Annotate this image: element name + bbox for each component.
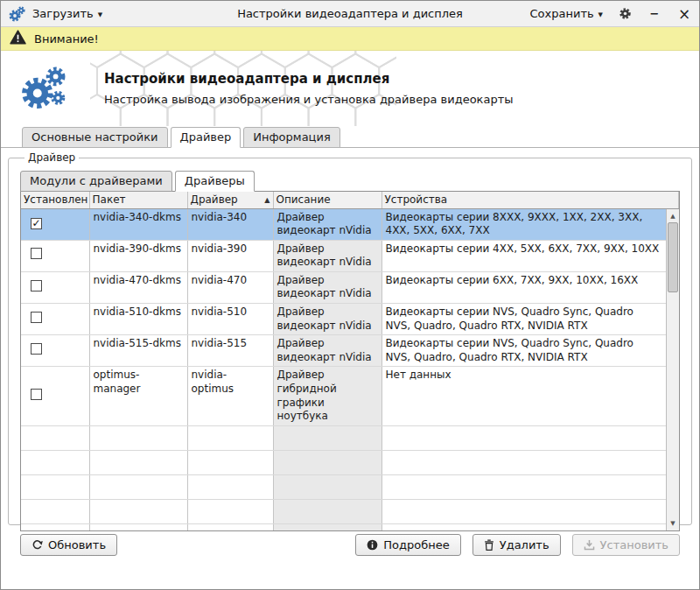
installed-cell[interactable] [21,367,89,425]
empty-cell [89,450,187,474]
delete-label: Удалить [500,538,550,551]
tab-driver[interactable]: Драйвер [171,127,242,148]
tab-basic-settings[interactable]: Основные настройки [22,127,168,148]
empty-cell [273,450,382,474]
package-cell[interactable]: nvidia-340-dkms [89,208,187,240]
driver-table-row[interactable]: nvidia-390-dkms nvidia-390 Драйвер видео… [21,240,679,271]
app-window: Загрузить ▼ Настройки видеоадаптера и ди… [0,0,700,590]
package-cell[interactable]: nvidia-510-dkms [89,304,187,335]
installed-cell[interactable] [21,304,89,335]
empty-cell [273,499,382,523]
description-cell[interactable]: Драйвер гибридной графики ноутбука [273,367,382,425]
details-button[interactable]: Подробнее [355,534,460,556]
installed-cell[interactable]: ✓ [21,208,89,240]
close-button[interactable]: × [676,6,692,22]
devices-cell[interactable]: Видеокарты серии 4XX, 5XX, 6XX, 7XX, 9XX… [382,240,679,271]
refresh-button[interactable]: Обновить [20,534,117,556]
empty-row [21,425,679,450]
window-title: Настройки видеоадаптера и дисплея [106,7,594,20]
empty-cell [187,425,273,450]
installed-cell[interactable] [21,240,89,271]
empty-cell [187,474,273,499]
app-gears-icon [8,5,25,23]
driver-table-row[interactable]: optimus-manager nvidia-optimus Драйвер г… [21,367,679,425]
driver-tab-page: Драйвер Модули с драйверами Драйверы Уст… [1,148,699,589]
column-header-driver[interactable]: ▲ Драйвер [187,192,273,208]
driver-cell[interactable]: nvidia-515 [187,335,273,367]
description-cell[interactable]: Драйвер видеокарт nVidia [273,304,382,335]
devices-cell[interactable]: Видеокарты серии 8XXX, 9XXX, 1XX, 2XX, 3… [382,208,679,240]
tab-information[interactable]: Информация [243,127,340,148]
column-header-installed[interactable]: Установлен [21,192,89,208]
devices-cell[interactable]: Нет данных [382,367,679,425]
empty-cell [382,499,679,523]
devices-cell[interactable]: Видеокарты серии NVS, Quadro Sync, Quadr… [382,335,679,367]
installed-checkbox[interactable] [31,343,42,355]
page-header: Настройки видеоадаптера и дисплея Настро… [1,51,699,126]
vertical-scrollbar[interactable]: ▲ ▼ [666,209,679,530]
empty-row [21,474,679,499]
installed-checkbox[interactable] [31,389,42,400]
tab-driver-modules[interactable]: Модули с драйверами [20,171,172,192]
column-header-package[interactable]: Пакет [89,192,187,208]
scroll-down-icon[interactable]: ▼ [667,517,679,530]
driver-table-row[interactable]: nvidia-515-dkms nvidia-515 Драйвер видео… [21,335,679,367]
empty-row [21,499,679,523]
header-text: Настройки видеоадаптера и дисплея Настро… [104,71,514,106]
refresh-icon [32,539,43,551]
trash-icon [484,539,494,551]
installed-checkbox[interactable]: ✓ [31,218,42,229]
scrollbar-thumb[interactable] [668,222,678,292]
installed-checkbox[interactable] [31,312,42,323]
driver-table-row[interactable]: nvidia-470-dkms nvidia-470 Драйвер видео… [21,271,679,303]
load-menu-button[interactable]: Загрузить ▼ [32,7,102,20]
column-header-devices[interactable]: Устройства [382,192,679,208]
empty-cell [382,474,679,499]
installed-checkbox[interactable] [31,280,42,291]
empty-cell [21,523,89,531]
empty-cell [187,523,273,531]
scroll-up-icon[interactable]: ▲ [667,210,679,222]
description-cell[interactable]: Драйвер видеокарт nVidia [273,335,382,367]
devices-cell[interactable]: Видеокарты серии 6XX, 7XX, 9XX, 10XX, 16… [382,271,679,303]
driver-table-row[interactable]: ✓ nvidia-340-dkms nvidia-340 Драйвер вид… [21,208,679,240]
empty-cell [21,499,89,523]
empty-cell [187,450,273,474]
chevron-down-icon: ▼ [598,11,603,18]
driver-cell[interactable]: nvidia-470 [187,271,273,303]
empty-cell [382,450,679,474]
save-menu-button[interactable]: Сохранить ▼ [529,7,603,20]
empty-cell [273,425,382,450]
delete-button[interactable]: Удалить [472,534,561,556]
devices-cell[interactable]: Видеокарты серии NVS, Quadro Sync, Quadr… [382,304,679,335]
titlebar: Загрузить ▼ Настройки видеоадаптера и ди… [1,1,699,27]
installed-checkbox[interactable] [31,248,42,259]
installed-cell[interactable] [21,271,89,303]
save-menu-label: Сохранить [529,7,593,20]
driver-cell[interactable]: nvidia-340 [187,208,273,240]
driver-cell[interactable]: nvidia-510 [187,304,273,335]
driver-cell[interactable]: nvidia-optimus [187,367,273,425]
description-cell[interactable]: Драйвер видеокарт nVidia [273,240,382,271]
empty-cell [89,523,187,531]
install-button[interactable]: Установить [572,534,680,556]
package-cell[interactable]: nvidia-470-dkms [89,271,187,303]
driver-table-row[interactable]: nvidia-510-dkms nvidia-510 Драйвер видео… [21,304,679,335]
package-cell[interactable]: optimus-manager [89,367,187,425]
tab-drivers[interactable]: Драйверы [175,171,255,192]
driver-groupbox-label: Драйвер [24,151,79,164]
empty-cell [89,474,187,499]
package-cell[interactable]: nvidia-390-dkms [89,240,187,271]
column-header-description[interactable]: Описание [273,192,382,208]
gear-icon [619,7,632,20]
description-cell[interactable]: Драйвер видеокарт nVidia [273,208,382,240]
package-cell[interactable]: nvidia-515-dkms [89,335,187,367]
driver-cell[interactable]: nvidia-390 [187,240,273,271]
description-cell[interactable]: Драйвер видеокарт nVidia [273,271,382,303]
empty-row [21,523,679,531]
empty-cell [21,474,89,499]
installed-cell[interactable] [21,335,89,367]
install-label: Установить [600,538,668,551]
minimize-button[interactable]: − [647,6,662,22]
settings-gear-button[interactable] [617,6,633,22]
